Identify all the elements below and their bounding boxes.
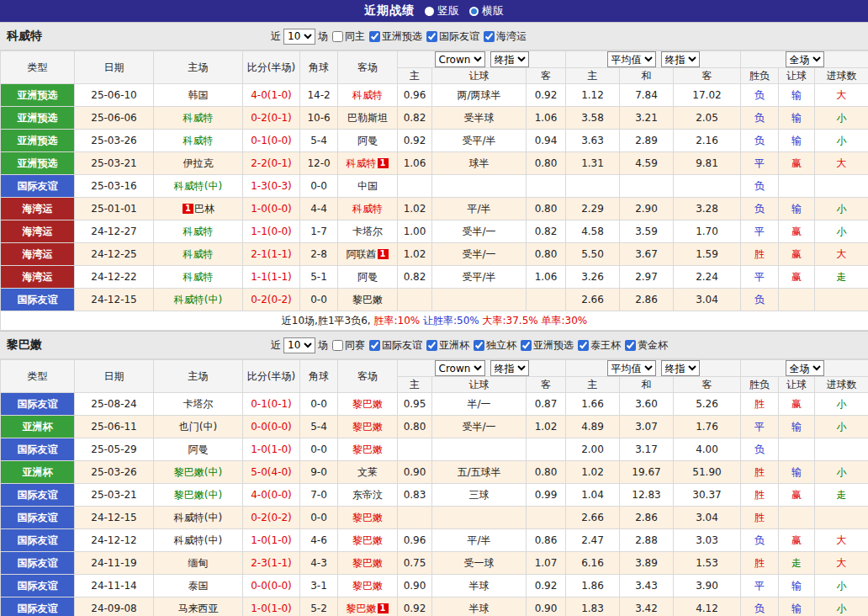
table-header-row: 类型日期主场比分(半场)角球客场Crown终指平均值终指全场 <box>1 51 868 68</box>
avg-home-odds-cell: 3.63 <box>566 130 620 152</box>
match-type-cell: 海湾运 <box>1 220 75 243</box>
match-row: 亚洲预选25-06-06科威特0-2(0-1)10-6巴勒斯坦0.82受半球1.… <box>1 107 868 130</box>
avg-draw-odds-cell: 3.07 <box>620 416 674 438</box>
avg-away-odds-cell: 1.53 <box>674 552 741 575</box>
avg-odds-select[interactable]: 平均值 <box>607 360 656 376</box>
handicap-result-cell: 输 <box>779 107 815 130</box>
filter-option[interactable]: 同主 <box>332 29 365 44</box>
result-cell: 胜 <box>741 243 779 266</box>
filter-checkbox[interactable] <box>474 340 484 351</box>
handicap-line-cell: 球半 <box>432 152 527 175</box>
summary-segment: 大率:37.5% <box>483 315 542 327</box>
filter-checkbox[interactable] <box>578 340 589 351</box>
filter-checkbox[interactable] <box>369 31 380 42</box>
handicap-home-odds-cell: 0.90 <box>398 461 432 484</box>
date-cell: 24-09-08 <box>75 597 154 616</box>
scope-select[interactable]: 全场 <box>786 360 824 376</box>
home-team-name: 伊拉克 <box>183 157 214 169</box>
filter-option[interactable]: 亚洲杯 <box>426 338 469 353</box>
away-team-name: 中国 <box>357 180 378 192</box>
handicap-result-cell: 赢 <box>779 393 815 416</box>
odds-source-select[interactable]: Crown <box>435 360 485 376</box>
avg-away-odds-cell: 9.81 <box>674 152 741 175</box>
away-team-cell: 黎巴嫩 <box>338 393 398 416</box>
matches-label: 场 <box>318 29 328 44</box>
away-team-cell: 巴勒斯坦 <box>338 107 398 130</box>
odds-source-select[interactable]: 终指 <box>490 360 529 376</box>
avg-odds-select[interactable]: 平均值 <box>607 51 656 67</box>
corner-cell: 0-0 <box>300 289 338 311</box>
filter-checkbox[interactable] <box>426 31 437 42</box>
filter-checkbox[interactable] <box>369 340 380 351</box>
odds-source-select[interactable]: Crown <box>435 51 485 67</box>
result-cell: 负 <box>741 438 779 461</box>
corner-cell: 5-4 <box>300 416 338 438</box>
goals-result-cell: 大 <box>815 552 868 575</box>
section-team-name: 科威特 <box>7 29 42 44</box>
home-team-name: 科威特(中) <box>174 294 222 305</box>
filter-checkbox[interactable] <box>332 340 343 351</box>
red-card-badge: 1 <box>378 603 389 613</box>
match-row: 亚洲预选25-03-26科威特0-1(0-0)5-4阿曼0.92受平/半0.94… <box>1 130 868 152</box>
avg-away-odds-cell: 1.70 <box>674 220 741 243</box>
match-count-select[interactable]: 10 <box>283 337 315 353</box>
filter-option[interactable]: 亚洲预选 <box>521 338 574 353</box>
result-header: 全场 <box>741 51 868 68</box>
section-bar: 黎巴嫩近10场同赛国际友谊亚洲杯独立杯亚洲预选泰王杯黄金杯 <box>0 331 868 359</box>
filter-option[interactable]: 泰王杯 <box>578 338 621 353</box>
filter-option[interactable]: 独立杯 <box>474 338 516 353</box>
avg-away-odds-cell: 3.03 <box>674 529 741 552</box>
radio-vertical-icon[interactable] <box>425 7 434 16</box>
column-header: 比分(半场) <box>243 51 300 84</box>
layout-option-horizontal[interactable]: 横版 <box>469 3 504 19</box>
filter-option[interactable]: 亚洲预选 <box>369 29 422 44</box>
avg-draw-odds-cell: 3.89 <box>620 552 674 575</box>
filter-checkbox[interactable] <box>484 31 495 42</box>
handicap-result-cell: 赢 <box>779 484 815 507</box>
corner-cell: 4-4 <box>300 198 338 220</box>
home-team-cell: 泰国 <box>154 575 243 597</box>
avg-draw-odds-cell: 2.86 <box>620 289 674 311</box>
europe-odds-header: 平均值终指 <box>566 51 741 68</box>
handicap-home-odds-cell <box>398 175 432 198</box>
result-cell: 胜 <box>741 484 779 507</box>
scope-select[interactable]: 全场 <box>786 51 824 67</box>
home-team-cell: 科威特(中) <box>154 507 243 529</box>
filter-option[interactable]: 国际友谊 <box>426 29 479 44</box>
goals-result-cell: 走 <box>815 266 868 289</box>
score-cell: 1-0(1-0) <box>243 438 300 461</box>
layout-option-vertical[interactable]: 竖版 <box>425 3 459 19</box>
away-team-cell: 阿联酋1 <box>338 243 398 266</box>
filter-option[interactable]: 海湾运 <box>484 29 527 44</box>
handicap-home-odds-cell: 0.92 <box>398 597 432 616</box>
handicap-home-odds-cell: 0.82 <box>398 266 432 289</box>
filter-label: 独立杯 <box>486 338 516 353</box>
date-cell: 25-08-24 <box>75 393 154 416</box>
home-team-name: 科威特 <box>183 226 214 237</box>
avg-odds-select[interactable]: 终指 <box>661 51 700 67</box>
filter-checkbox[interactable] <box>521 340 532 351</box>
handicap-away-odds-cell: 0.92 <box>527 84 566 107</box>
filter-option[interactable]: 同赛 <box>332 338 365 353</box>
away-team-cell: 科威特 <box>338 84 398 107</box>
radio-horizontal-icon[interactable] <box>469 7 479 16</box>
sub-column-header: 和 <box>620 68 674 84</box>
handicap-result-cell: 走 <box>779 552 815 575</box>
filter-checkbox[interactable] <box>426 340 437 351</box>
filter-option[interactable]: 国际友谊 <box>369 338 422 353</box>
match-count-select[interactable]: 10 <box>283 29 315 45</box>
filter-option[interactable]: 黄金杯 <box>625 338 668 353</box>
filter-checkbox[interactable] <box>332 31 343 42</box>
match-row: 亚洲杯25-03-26黎巴嫩(中)5-0(4-0)9-0文莱0.90五/五球半0… <box>1 461 868 484</box>
result-cell: 平 <box>741 575 779 597</box>
avg-home-odds-cell: 1.02 <box>566 461 620 484</box>
goals-result-cell: 大 <box>815 84 868 107</box>
odds-source-select[interactable]: 终指 <box>490 51 529 67</box>
column-header: 客场 <box>338 360 398 393</box>
filter-checkbox[interactable] <box>625 340 636 351</box>
goals-result-cell: 走 <box>815 484 868 507</box>
avg-odds-select[interactable]: 终指 <box>661 360 700 376</box>
handicap-away-odds-cell <box>527 507 566 529</box>
goals-result-cell <box>815 438 868 461</box>
date-cell: 25-01-01 <box>75 198 154 220</box>
